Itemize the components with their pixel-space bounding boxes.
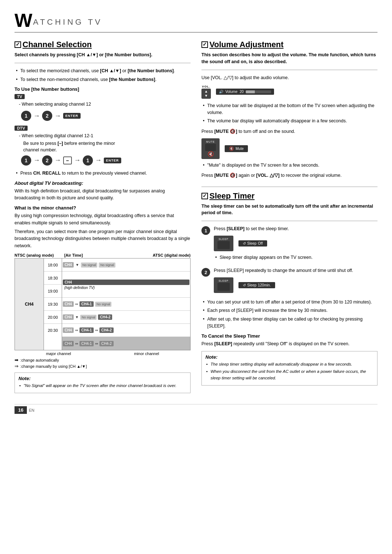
sleep-title: Sleep Timer (201, 191, 377, 201)
sleep-bullets: You can set your unit to turn off after … (201, 299, 377, 330)
arrows-lr-3: ⇔ (95, 328, 98, 332)
enter-btn-2: ENTER (104, 158, 121, 163)
dtv-badge: DTV (15, 126, 28, 131)
times-col: 18:00 18:30 19:00 19:30 20:00 20:30 (44, 258, 62, 350)
vol-up-arrow: ▲ (204, 90, 208, 93)
step-2-content: Press [SLEEP] repeatedly to change the a… (214, 267, 377, 296)
page-container: W ATCHING TV Channel Selection Select ch… (0, 0, 392, 425)
ntsc-ch4: CH4 (25, 302, 33, 307)
mute-btn-label: MUTE (206, 140, 215, 143)
sleep-note-list: The sleep timer setting display will aut… (205, 361, 373, 381)
ch-row-6: CH4 ⇔ CH4-1 ⇔ CH4-2 (62, 337, 190, 350)
sleep-display-2: SLEEP ↺ Sleep 120min. (214, 277, 377, 293)
minor-channel-label: minor channel (134, 351, 159, 356)
sleep-screen-value-2: 120min. (258, 283, 271, 287)
step-1-content: Press [SLEEP] to set the sleep timer. SL… (214, 225, 377, 264)
vol-button: VOL. ▲ ▼ (201, 85, 211, 99)
step-1-text: Press [SLEEP] to set the sleep timer. (214, 225, 377, 232)
main-content: Channel Selection Select channels by pre… (15, 40, 377, 397)
vol-screen: 🔊 Volume 20 (216, 89, 274, 95)
mute-btn: MUTE 🔇 (201, 138, 220, 159)
volume-checkbox-icon (201, 41, 208, 48)
seq-arrow-1: → (33, 112, 40, 120)
vol-bullet-2: The volume bar display will automaticall… (201, 118, 377, 125)
mute-note: "Mute" is displayed on the TV screen for… (201, 162, 377, 169)
sleep-divider-2 (201, 221, 377, 221)
digital-desc3: channel number. (23, 147, 191, 152)
minor-channel-body: By using high compression technology, di… (15, 212, 191, 227)
page-number: 16 (15, 406, 27, 414)
analog-seq-diagram: 1 → 2 → ENTER (21, 111, 191, 121)
time-2000: 20:00 (44, 311, 62, 324)
seq-num-1: 1 (21, 111, 31, 121)
no-signal-3: No signal (95, 302, 112, 307)
sleep-btn-label-2: SLEEP (219, 280, 229, 282)
vol-btn-label: VOL. (202, 85, 211, 88)
volume-title: Volume Adjustment (201, 40, 377, 49)
legend-row-2: ⇒ :change manually by using [CH ▲/▼] (15, 363, 191, 369)
vol-bar-container (246, 90, 271, 93)
vol-down-arrow: ▼ (204, 94, 208, 98)
channel-bullets: To select the memorized channels, use [C… (15, 68, 191, 83)
time-1830: 18:30 (44, 272, 62, 285)
seq-num-2: 2 (42, 111, 52, 121)
vol-speaker-icon: 🔊 (219, 90, 223, 94)
time-1800: 18:00 (44, 258, 62, 272)
seq-arrow-2: → (54, 112, 61, 120)
legend-row-1: ➡ :change automatically (15, 357, 191, 363)
vol-screen-label: Volume (225, 90, 237, 94)
ch-row-2-inner: CH4 (62, 280, 190, 285)
dseq-num-2: 2 (42, 155, 52, 166)
time-1930: 19:30 (44, 298, 62, 311)
page-header: W ATCHING TV (15, 11, 377, 33)
about-digital-heading: About digital TV broadcasting: (15, 180, 191, 186)
sleep-divider (201, 187, 377, 187)
time-1900: 19:00 (44, 285, 62, 298)
sleep-screen-2: ↺ Sleep 120min. (238, 282, 275, 288)
vol-display: VOL. ▲ ▼ 🔊 Volume 20 (201, 85, 377, 99)
legend-arrow-open: ⇒ (15, 363, 19, 369)
mute-text: Press [MUTE 🔇] to turn off and on the so… (201, 128, 377, 135)
sleep-screen-1: ↺ Sleep Off (238, 240, 267, 247)
major-channel-label: major channel (46, 351, 71, 356)
dseq-dash: – (63, 156, 72, 164)
dseq-num-1: 1 (21, 155, 31, 166)
sleep-btn-body-2 (217, 283, 230, 291)
ch4-block-5: CH4 (63, 327, 74, 333)
dseq-arrow-2: → (54, 156, 61, 164)
ch-row-3: CH4 ⇔ CH4-1 No signal (62, 298, 190, 311)
ch4-block-3: CH4 (63, 301, 74, 307)
channel-bullet-2: To select the non-memorized channels, us… (15, 76, 191, 83)
sleep-screen-label-2: Sleep (247, 283, 257, 287)
digital-desc: When selecting digital channel 12-1 (19, 133, 191, 139)
diagram-body: CH4 18:00 18:30 19:00 19:30 20:00 20:30 (15, 258, 191, 350)
channel-bullet-1: To select the memorized channels, use [C… (15, 68, 191, 74)
channel-title: Channel Selection (15, 40, 191, 49)
vol-use-text: Use [VOL. △/▽] to adjust the audio volum… (201, 74, 377, 81)
sleep-icon-2: ↺ (243, 283, 246, 287)
sleep-bullet-2: Each press of [SLEEP] will increase the … (201, 307, 377, 314)
sleep-note-title: Note: (205, 354, 373, 360)
step-1-bullets: Sleep timer display appears on the TV sc… (214, 254, 377, 261)
sleep-subtitle: The sleep timer can be set to automatica… (201, 203, 377, 217)
cancel-text: Press [SLEEP] repeatedly until "Sleep Of… (201, 341, 377, 347)
mute-display: MUTE 🔇 🔇 Mute (201, 138, 377, 159)
enter-btn-1: ENTER (63, 113, 81, 119)
cancel-title: To Cancel the Sleep Timer (201, 333, 377, 339)
sleep-icon-1: ↺ (243, 241, 246, 245)
vol-arrows: ▲ ▼ (201, 89, 211, 99)
no-signal-1: No signal (81, 262, 98, 268)
ch4-1-block-2: CH4-1 (79, 327, 94, 333)
header-w: W (15, 11, 32, 30)
tv-badge: TV (15, 94, 25, 99)
volume-subtitle: This section describes how to adjust the… (201, 52, 377, 65)
minor-channel-heading: What is the minor channel? (15, 205, 191, 211)
volume-section: Volume Adjustment This section describes… (201, 40, 377, 179)
ch4-2-block-3: CH4-2 (99, 341, 114, 346)
ch4-2-block-1: CH4-2 (98, 314, 112, 320)
step-num-2: 2 (201, 268, 210, 277)
ch4-2-block-2: CH4-2 (99, 327, 114, 333)
high-def-label: (high definition TV) (64, 286, 95, 290)
sleep-btn-body-1 (217, 241, 230, 249)
channel-note-item-1: "No Signal" will appear on the TV screen… (19, 383, 187, 389)
